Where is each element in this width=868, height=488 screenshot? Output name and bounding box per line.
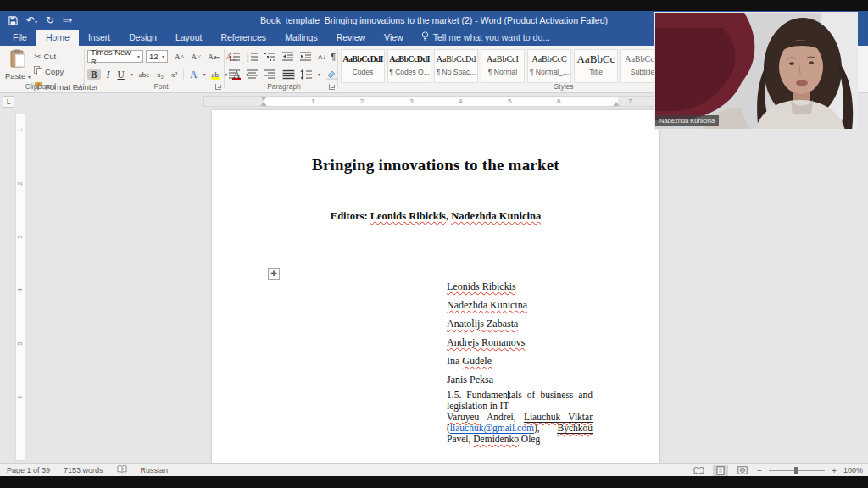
editor-name: Leonids Ribickis <box>370 210 446 222</box>
redo-icon[interactable]: ↻ <box>46 15 54 25</box>
tab-mailings[interactable]: Mailings <box>275 30 327 46</box>
group-separator <box>337 49 338 89</box>
zoom-in-button[interactable]: + <box>832 466 837 475</box>
zoom-percentage[interactable]: 100% <box>843 466 863 474</box>
style-no-spacing[interactable]: AaBbCcDd¶ No Spac... <box>434 49 478 83</box>
highlight-color-button[interactable]: ab <box>210 70 221 79</box>
tab-insert[interactable]: Insert <box>79 30 120 46</box>
zoom-out-button[interactable]: − <box>757 466 762 475</box>
author-item: Ina Gudele <box>447 352 527 370</box>
line-spacing-caret[interactable]: ▾ <box>318 72 320 77</box>
tab-view[interactable]: View <box>375 30 413 46</box>
text-effects-caret[interactable]: ▾ <box>203 72 206 77</box>
status-bar: Page 1 of 39 7153 words Russian − + 100% <box>0 463 868 476</box>
strikethrough-button[interactable]: abc <box>137 70 152 79</box>
right-indent-marker[interactable] <box>613 102 620 106</box>
ruler-number: 5 <box>508 97 511 105</box>
paste-button[interactable]: Paste ▾ <box>5 49 31 86</box>
participant-name-label: Nadezhda Kunicina <box>655 115 719 126</box>
style-title[interactable]: AaBbCcTitle <box>574 49 618 83</box>
font-size-combobox[interactable]: 12▾ <box>146 50 168 63</box>
grow-font-button[interactable]: A˄ <box>173 53 186 61</box>
tab-selector-button[interactable]: L <box>3 96 14 108</box>
first-line-indent-marker[interactable] <box>260 97 267 101</box>
customize-qat-icon[interactable]: ═▾ <box>63 17 72 25</box>
clipboard-dialog-launcher[interactable] <box>75 84 81 90</box>
language-indicator[interactable]: Russian <box>141 466 169 474</box>
copy-icon <box>34 66 42 77</box>
read-mode-button[interactable] <box>691 465 706 476</box>
section-paragraph: 1.5. Fundamentals of business and legisl… <box>447 390 593 445</box>
bullets-icon[interactable] <box>229 52 242 63</box>
underline-button[interactable]: U <box>116 69 126 80</box>
paragraph-group-label: Paragraph <box>254 82 314 91</box>
web-layout-button[interactable] <box>735 465 750 476</box>
tell-me-box[interactable]: Tell me what you want to do... <box>413 29 559 46</box>
align-left-icon[interactable] <box>229 69 242 80</box>
subscript-button[interactable]: x₂ <box>155 70 165 79</box>
underline-caret[interactable]: ▾ <box>131 72 133 77</box>
style-normal[interactable]: AaBbCcI¶ Normal <box>481 49 525 83</box>
multilevel-list-icon[interactable] <box>264 52 277 63</box>
editors-line: Editors: Leonids Ribickis, Nadezhda Kuni… <box>212 210 659 223</box>
decrease-indent-icon[interactable] <box>282 52 295 63</box>
table-move-handle[interactable]: ✚ <box>268 268 280 280</box>
tab-review[interactable]: Review <box>327 30 375 46</box>
word-count[interactable]: 7153 words <box>64 466 103 474</box>
italic-button[interactable]: I <box>105 69 112 80</box>
numbering-icon[interactable]: 123 <box>247 52 259 63</box>
webcam-video <box>655 13 858 130</box>
increase-indent-icon[interactable] <box>300 52 313 63</box>
font-dialog-launcher[interactable] <box>215 84 221 90</box>
shading-icon[interactable] <box>326 69 338 80</box>
zoom-slider-thumb[interactable] <box>794 467 798 474</box>
bold-button[interactable]: B <box>87 69 101 80</box>
save-icon[interactable] <box>8 16 18 25</box>
highlight-caret[interactable]: ▾ <box>225 72 227 77</box>
style-codes[interactable]: AaBbCcDdICodes <box>341 49 385 83</box>
zoom-slider[interactable] <box>769 470 825 471</box>
ruler-number: 4 <box>16 288 24 291</box>
tab-references[interactable]: References <box>211 30 275 46</box>
line-spacing-icon[interactable] <box>300 69 313 80</box>
email-link[interactable]: liauchuk@gmail.com <box>450 423 534 434</box>
print-layout-button[interactable] <box>713 465 728 476</box>
superscript-button[interactable]: x² <box>170 70 179 79</box>
styles-group-label: Styles <box>534 82 593 91</box>
paragraph-dialog-launcher[interactable] <box>329 84 335 90</box>
style-normal-alt[interactable]: AaBbCcC¶ Normal_... <box>527 49 571 83</box>
author-item: Anatolijs Zabasta <box>447 314 527 333</box>
paste-icon <box>9 49 26 69</box>
tab-layout[interactable]: Layout <box>166 30 212 46</box>
tab-home[interactable]: Home <box>36 30 79 46</box>
style-codes-o[interactable]: AaBbCcDdI¶ Codes O... <box>387 49 431 83</box>
page-indicator[interactable]: Page 1 of 39 <box>7 466 50 474</box>
author-item: Andrejs Romanovs <box>447 333 527 352</box>
group-separator <box>84 49 85 89</box>
tab-file[interactable]: File <box>3 30 36 46</box>
svg-text:3: 3 <box>247 58 249 62</box>
text-effects-button[interactable]: A <box>188 69 198 80</box>
horizontal-ruler[interactable]: 1 2 3 4 5 6 7 <box>203 96 670 107</box>
clipboard-group-label: Clipboard <box>7 82 75 91</box>
font-name-combobox[interactable]: Times New R▾ <box>87 50 143 63</box>
align-right-icon[interactable] <box>264 69 277 80</box>
ruler-number: 7 <box>628 97 632 105</box>
justify-icon[interactable] <box>282 69 295 80</box>
sort-icon[interactable]: A↓ <box>318 53 326 61</box>
change-case-button[interactable]: Aa▾ <box>206 53 221 61</box>
ruler-number: 3 <box>409 97 413 105</box>
proofing-icon[interactable] <box>117 465 127 475</box>
vertical-ruler[interactable]: 1 2 3 4 5 6 <box>15 114 25 461</box>
document-page[interactable]: Bringing innovations to the market Edito… <box>212 110 659 463</box>
hanging-indent-marker[interactable] <box>260 102 267 106</box>
show-formatting-icon[interactable]: ¶ <box>331 52 336 62</box>
ruler-number: 1 <box>16 128 24 131</box>
undo-icon[interactable]: ↶▾ <box>26 15 37 25</box>
shrink-font-button[interactable]: A˅ <box>190 53 203 61</box>
ruler-number: 1 <box>311 97 314 105</box>
tab-design[interactable]: Design <box>120 30 166 46</box>
align-center-icon[interactable] <box>247 69 259 80</box>
screen: ↶▾ ↻ ═▾ Book_template_Bringing innovatio… <box>0 0 868 488</box>
webcam-overlay[interactable]: Nadezhda Kunicina <box>654 12 858 130</box>
